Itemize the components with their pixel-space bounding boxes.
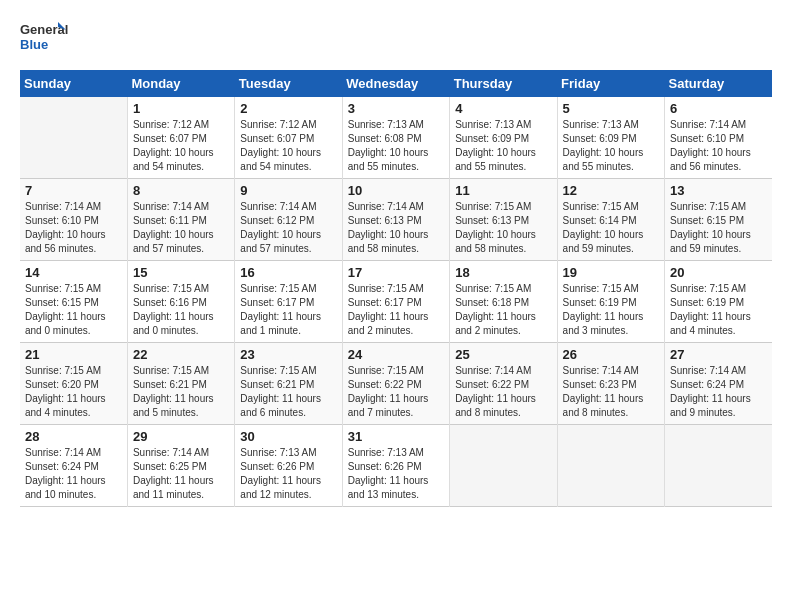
week-row-5: 28Sunrise: 7:14 AM Sunset: 6:24 PM Dayli… <box>20 425 772 507</box>
day-cell: 3Sunrise: 7:13 AM Sunset: 6:08 PM Daylig… <box>342 97 449 179</box>
day-header-saturday: Saturday <box>665 70 772 97</box>
day-info: Sunrise: 7:14 AM Sunset: 6:11 PM Dayligh… <box>133 200 229 256</box>
day-number: 24 <box>348 347 444 362</box>
day-number: 20 <box>670 265 767 280</box>
day-info: Sunrise: 7:15 AM Sunset: 6:17 PM Dayligh… <box>348 282 444 338</box>
day-cell: 27Sunrise: 7:14 AM Sunset: 6:24 PM Dayli… <box>665 343 772 425</box>
day-cell: 7Sunrise: 7:14 AM Sunset: 6:10 PM Daylig… <box>20 179 127 261</box>
day-info: Sunrise: 7:15 AM Sunset: 6:14 PM Dayligh… <box>563 200 659 256</box>
day-number: 14 <box>25 265 122 280</box>
day-info: Sunrise: 7:13 AM Sunset: 6:09 PM Dayligh… <box>563 118 659 174</box>
day-info: Sunrise: 7:14 AM Sunset: 6:24 PM Dayligh… <box>25 446 122 502</box>
day-header-thursday: Thursday <box>450 70 557 97</box>
day-cell: 17Sunrise: 7:15 AM Sunset: 6:17 PM Dayli… <box>342 261 449 343</box>
days-header-row: SundayMondayTuesdayWednesdayThursdayFrid… <box>20 70 772 97</box>
day-cell: 23Sunrise: 7:15 AM Sunset: 6:21 PM Dayli… <box>235 343 342 425</box>
day-cell: 24Sunrise: 7:15 AM Sunset: 6:22 PM Dayli… <box>342 343 449 425</box>
day-cell: 6Sunrise: 7:14 AM Sunset: 6:10 PM Daylig… <box>665 97 772 179</box>
day-number: 25 <box>455 347 551 362</box>
day-info: Sunrise: 7:13 AM Sunset: 6:26 PM Dayligh… <box>348 446 444 502</box>
day-info: Sunrise: 7:13 AM Sunset: 6:08 PM Dayligh… <box>348 118 444 174</box>
day-cell: 8Sunrise: 7:14 AM Sunset: 6:11 PM Daylig… <box>127 179 234 261</box>
day-header-wednesday: Wednesday <box>342 70 449 97</box>
day-number: 16 <box>240 265 336 280</box>
day-info: Sunrise: 7:13 AM Sunset: 6:26 PM Dayligh… <box>240 446 336 502</box>
day-info: Sunrise: 7:14 AM Sunset: 6:13 PM Dayligh… <box>348 200 444 256</box>
day-number: 3 <box>348 101 444 116</box>
day-number: 27 <box>670 347 767 362</box>
day-info: Sunrise: 7:15 AM Sunset: 6:21 PM Dayligh… <box>133 364 229 420</box>
day-info: Sunrise: 7:12 AM Sunset: 6:07 PM Dayligh… <box>240 118 336 174</box>
day-info: Sunrise: 7:14 AM Sunset: 6:24 PM Dayligh… <box>670 364 767 420</box>
day-number: 30 <box>240 429 336 444</box>
day-info: Sunrise: 7:14 AM Sunset: 6:25 PM Dayligh… <box>133 446 229 502</box>
day-cell: 9Sunrise: 7:14 AM Sunset: 6:12 PM Daylig… <box>235 179 342 261</box>
week-row-3: 14Sunrise: 7:15 AM Sunset: 6:15 PM Dayli… <box>20 261 772 343</box>
day-number: 9 <box>240 183 336 198</box>
day-header-tuesday: Tuesday <box>235 70 342 97</box>
day-info: Sunrise: 7:15 AM Sunset: 6:15 PM Dayligh… <box>670 200 767 256</box>
week-row-4: 21Sunrise: 7:15 AM Sunset: 6:20 PM Dayli… <box>20 343 772 425</box>
day-cell: 19Sunrise: 7:15 AM Sunset: 6:19 PM Dayli… <box>557 261 664 343</box>
day-number: 21 <box>25 347 122 362</box>
logo: General Blue <box>20 16 70 60</box>
day-info: Sunrise: 7:15 AM Sunset: 6:16 PM Dayligh… <box>133 282 229 338</box>
day-number: 26 <box>563 347 659 362</box>
day-info: Sunrise: 7:14 AM Sunset: 6:10 PM Dayligh… <box>670 118 767 174</box>
day-header-friday: Friday <box>557 70 664 97</box>
day-number: 19 <box>563 265 659 280</box>
day-cell: 16Sunrise: 7:15 AM Sunset: 6:17 PM Dayli… <box>235 261 342 343</box>
day-cell: 20Sunrise: 7:15 AM Sunset: 6:19 PM Dayli… <box>665 261 772 343</box>
svg-text:Blue: Blue <box>20 37 48 52</box>
day-header-monday: Monday <box>127 70 234 97</box>
svg-text:General: General <box>20 22 68 37</box>
header: General Blue <box>20 16 772 60</box>
day-number: 18 <box>455 265 551 280</box>
day-info: Sunrise: 7:15 AM Sunset: 6:21 PM Dayligh… <box>240 364 336 420</box>
day-cell <box>665 425 772 507</box>
day-number: 31 <box>348 429 444 444</box>
day-info: Sunrise: 7:14 AM Sunset: 6:22 PM Dayligh… <box>455 364 551 420</box>
day-number: 28 <box>25 429 122 444</box>
logo-svg: General Blue <box>20 16 70 60</box>
day-info: Sunrise: 7:14 AM Sunset: 6:12 PM Dayligh… <box>240 200 336 256</box>
day-number: 8 <box>133 183 229 198</box>
day-number: 17 <box>348 265 444 280</box>
day-cell: 25Sunrise: 7:14 AM Sunset: 6:22 PM Dayli… <box>450 343 557 425</box>
day-info: Sunrise: 7:15 AM Sunset: 6:15 PM Dayligh… <box>25 282 122 338</box>
day-cell <box>557 425 664 507</box>
day-number: 22 <box>133 347 229 362</box>
day-cell: 28Sunrise: 7:14 AM Sunset: 6:24 PM Dayli… <box>20 425 127 507</box>
day-number: 12 <box>563 183 659 198</box>
day-info: Sunrise: 7:15 AM Sunset: 6:19 PM Dayligh… <box>670 282 767 338</box>
day-info: Sunrise: 7:12 AM Sunset: 6:07 PM Dayligh… <box>133 118 229 174</box>
day-cell <box>20 97 127 179</box>
day-number: 10 <box>348 183 444 198</box>
day-number: 11 <box>455 183 551 198</box>
day-cell: 14Sunrise: 7:15 AM Sunset: 6:15 PM Dayli… <box>20 261 127 343</box>
day-number: 29 <box>133 429 229 444</box>
day-cell: 2Sunrise: 7:12 AM Sunset: 6:07 PM Daylig… <box>235 97 342 179</box>
day-cell: 12Sunrise: 7:15 AM Sunset: 6:14 PM Dayli… <box>557 179 664 261</box>
day-info: Sunrise: 7:14 AM Sunset: 6:23 PM Dayligh… <box>563 364 659 420</box>
day-number: 7 <box>25 183 122 198</box>
day-number: 2 <box>240 101 336 116</box>
day-info: Sunrise: 7:15 AM Sunset: 6:22 PM Dayligh… <box>348 364 444 420</box>
day-cell: 15Sunrise: 7:15 AM Sunset: 6:16 PM Dayli… <box>127 261 234 343</box>
day-cell: 26Sunrise: 7:14 AM Sunset: 6:23 PM Dayli… <box>557 343 664 425</box>
day-number: 6 <box>670 101 767 116</box>
day-cell: 30Sunrise: 7:13 AM Sunset: 6:26 PM Dayli… <box>235 425 342 507</box>
calendar-page: General Blue SundayMondayTuesdayWednesda… <box>0 0 792 612</box>
day-info: Sunrise: 7:15 AM Sunset: 6:19 PM Dayligh… <box>563 282 659 338</box>
day-cell <box>450 425 557 507</box>
day-number: 4 <box>455 101 551 116</box>
day-info: Sunrise: 7:15 AM Sunset: 6:20 PM Dayligh… <box>25 364 122 420</box>
day-header-sunday: Sunday <box>20 70 127 97</box>
day-cell: 10Sunrise: 7:14 AM Sunset: 6:13 PM Dayli… <box>342 179 449 261</box>
day-cell: 13Sunrise: 7:15 AM Sunset: 6:15 PM Dayli… <box>665 179 772 261</box>
day-cell: 21Sunrise: 7:15 AM Sunset: 6:20 PM Dayli… <box>20 343 127 425</box>
day-info: Sunrise: 7:15 AM Sunset: 6:17 PM Dayligh… <box>240 282 336 338</box>
day-number: 13 <box>670 183 767 198</box>
day-cell: 5Sunrise: 7:13 AM Sunset: 6:09 PM Daylig… <box>557 97 664 179</box>
day-number: 23 <box>240 347 336 362</box>
